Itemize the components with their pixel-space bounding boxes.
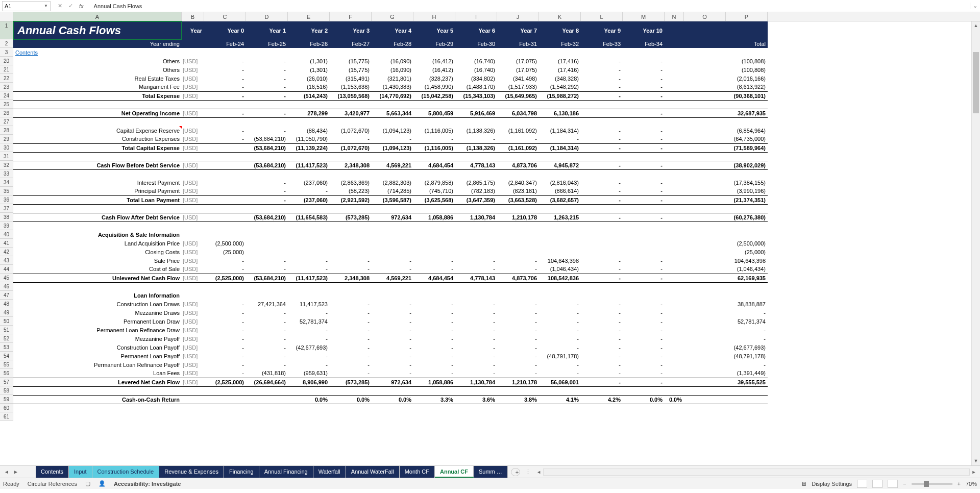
- row-header[interactable]: 33: [0, 169, 13, 178]
- sheet-tab[interactable]: Month CF: [400, 466, 435, 478]
- scroll-up-icon[interactable]: ▲: [972, 21, 980, 30]
- sheet-tab[interactable]: Contents: [36, 466, 69, 478]
- row-header[interactable]: 45: [0, 274, 13, 282]
- row-header[interactable]: 39: [0, 221, 13, 230]
- row-header[interactable]: 42: [0, 248, 13, 256]
- sheet-tab[interactable]: Annual CF: [435, 466, 474, 478]
- row-header[interactable]: 32: [0, 161, 13, 169]
- column-header[interactable]: F: [330, 12, 372, 21]
- row-header[interactable]: 29: [0, 135, 13, 143]
- vertical-scrollbar[interactable]: ▲ ▼: [971, 21, 980, 465]
- column-header[interactable]: [0, 12, 13, 21]
- column-header[interactable]: O: [684, 12, 726, 21]
- sheet-tab[interactable]: Input: [69, 466, 92, 478]
- chevron-down-icon[interactable]: ▼: [44, 4, 48, 8]
- row-header[interactable]: 58: [0, 386, 13, 395]
- h-scroll-track[interactable]: [543, 469, 970, 476]
- zoom-slider[interactable]: [912, 483, 952, 485]
- row-header[interactable]: 34: [0, 178, 13, 187]
- row-header[interactable]: 46: [0, 282, 13, 291]
- column-header[interactable]: A: [13, 12, 182, 21]
- sheet-tab[interactable]: Waterfall: [313, 466, 346, 478]
- sheet-tab[interactable]: Construction Schedule: [92, 466, 160, 478]
- row-header[interactable]: 3: [0, 48, 13, 57]
- display-settings-icon[interactable]: 🖥: [801, 481, 806, 487]
- row-header[interactable]: 47: [0, 291, 13, 300]
- column-header[interactable]: C: [204, 12, 246, 21]
- row-header[interactable]: 55: [0, 360, 13, 369]
- row-header[interactable]: 20: [0, 57, 13, 65]
- row-header[interactable]: 22: [0, 74, 13, 83]
- tab-next-icon[interactable]: ►: [13, 469, 18, 475]
- row-header[interactable]: 28: [0, 126, 13, 135]
- row-header[interactable]: 49: [0, 308, 13, 317]
- row-header[interactable]: 26: [0, 109, 13, 117]
- tab-first-icon[interactable]: ◄: [4, 469, 9, 475]
- formula-input[interactable]: Annual Cash Flows: [91, 3, 970, 9]
- row-header[interactable]: 36: [0, 195, 13, 204]
- row-header[interactable]: 52: [0, 334, 13, 343]
- column-header[interactable]: M: [623, 12, 665, 21]
- row-header[interactable]: 40: [0, 230, 13, 239]
- title-cell[interactable]: Annual Cash Flows: [13, 21, 182, 39]
- row-header[interactable]: 37: [0, 204, 13, 213]
- macro-record-icon[interactable]: ▢: [85, 480, 90, 487]
- column-header[interactable]: G: [372, 12, 413, 21]
- row-header[interactable]: 41: [0, 239, 13, 248]
- zoom-out-button[interactable]: −: [903, 481, 906, 487]
- column-header[interactable]: H: [413, 12, 455, 21]
- row-header[interactable]: 44: [0, 265, 13, 274]
- zoom-level[interactable]: 70%: [966, 481, 977, 487]
- view-normal-button[interactable]: [857, 480, 867, 488]
- cancel-icon[interactable]: ✕: [58, 3, 62, 9]
- sheet-tab[interactable]: Annual WaterFall: [346, 466, 400, 478]
- column-header[interactable]: L: [581, 12, 623, 21]
- row-header[interactable]: 54: [0, 352, 13, 360]
- row-header[interactable]: 1: [0, 21, 13, 39]
- row-header[interactable]: 23: [0, 83, 13, 91]
- row-header[interactable]: 50: [0, 317, 13, 326]
- accessibility-icon[interactable]: 👤: [99, 480, 106, 487]
- row-header[interactable]: 25: [0, 100, 13, 109]
- status-display-settings[interactable]: Display Settings: [812, 481, 852, 487]
- view-page-break-button[interactable]: [888, 480, 898, 488]
- column-header[interactable]: I: [455, 12, 497, 21]
- row-header[interactable]: 48: [0, 300, 13, 308]
- column-header[interactable]: E: [288, 12, 330, 21]
- zoom-in-button[interactable]: +: [958, 481, 961, 487]
- row-header[interactable]: 59: [0, 395, 13, 404]
- scroll-thumb[interactable]: [973, 52, 979, 113]
- row-header[interactable]: 51: [0, 326, 13, 334]
- sheet-tab[interactable]: Financing: [224, 466, 259, 478]
- horizontal-scrollbar[interactable]: ◄ ►: [535, 469, 978, 476]
- status-accessibility[interactable]: Accessibility: Investigate: [114, 481, 181, 487]
- row-header[interactable]: 61: [0, 412, 13, 421]
- expand-formula-bar-icon[interactable]: ⌄: [970, 3, 980, 9]
- row-header[interactable]: 56: [0, 369, 13, 378]
- sheet-tab[interactable]: Annual Financing: [259, 466, 313, 478]
- row-header[interactable]: 2: [0, 39, 13, 48]
- row-header[interactable]: 31: [0, 152, 13, 161]
- scroll-left-icon[interactable]: ◄: [535, 470, 543, 475]
- row-header[interactable]: 57: [0, 378, 13, 386]
- row-header[interactable]: 24: [0, 91, 13, 100]
- fx-icon[interactable]: fx: [79, 3, 84, 9]
- column-header[interactable]: D: [246, 12, 288, 21]
- scroll-right-icon[interactable]: ►: [970, 470, 978, 475]
- column-header[interactable]: N: [665, 12, 684, 21]
- column-header[interactable]: B: [182, 12, 204, 21]
- row-header[interactable]: 27: [0, 117, 13, 126]
- view-page-layout-button[interactable]: [872, 480, 883, 488]
- row-header[interactable]: 35: [0, 187, 13, 195]
- column-header[interactable]: K: [539, 12, 581, 21]
- contents-link[interactable]: Contents: [13, 48, 182, 57]
- row-header[interactable]: 30: [0, 143, 13, 152]
- scroll-down-icon[interactable]: ▼: [972, 457, 980, 465]
- row-header[interactable]: 53: [0, 343, 13, 352]
- row-header[interactable]: 60: [0, 404, 13, 412]
- column-header[interactable]: J: [497, 12, 539, 21]
- add-sheet-button[interactable]: +: [511, 468, 520, 476]
- cells-area[interactable]: Annual Cash FlowsYearYear 0Year 1Year 2Y…: [13, 21, 980, 421]
- row-header[interactable]: 43: [0, 256, 13, 265]
- column-header[interactable]: P: [726, 12, 768, 21]
